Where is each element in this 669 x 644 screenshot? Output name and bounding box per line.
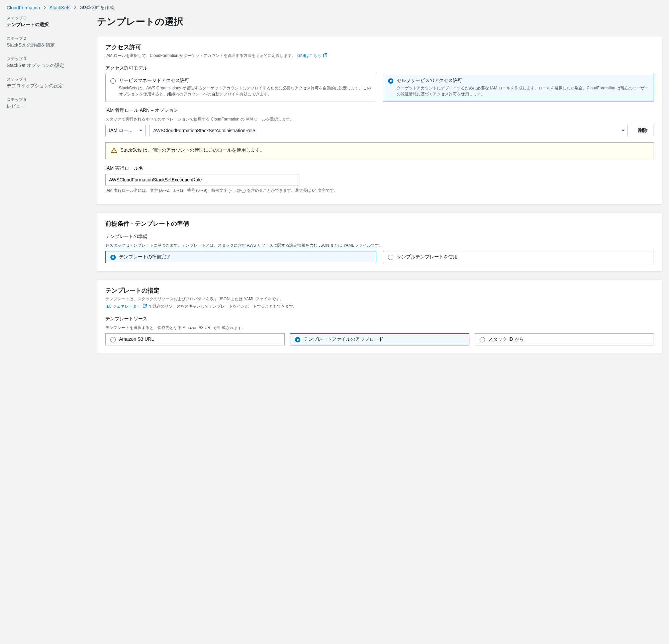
breadcrumb: CloudFormation StackSets StackSet を作成	[0, 0, 669, 14]
tile-title: Amazon S3 URL	[119, 336, 280, 342]
step-label: ステップ 4	[7, 76, 84, 82]
step-title: テンプレートの選択	[7, 22, 84, 28]
step-label: ステップ 3	[7, 56, 84, 62]
specify-desc-2-text: で既存のリソースをスキャンしてテンプレートをインポートすることもできます。	[148, 304, 297, 309]
step-2[interactable]: ステップ 2 StackSet の詳細を指定	[7, 36, 84, 48]
radio-icon	[388, 255, 393, 260]
template-prep-label: テンプレートの準備	[105, 234, 654, 240]
specify-header: テンプレートの指定	[105, 286, 654, 295]
admin-role-select[interactable]: AWSCloudFormationStackSetAdministrationR…	[150, 125, 628, 136]
radio-icon	[110, 78, 116, 84]
tile-title: サンプルテンプレートを使用	[397, 254, 649, 260]
step-3[interactable]: ステップ 3 StackSet オプションの設定	[7, 56, 84, 69]
radio-icon	[110, 337, 116, 342]
permissions-panel: アクセス許可 IAM ロールを選択して、CloudFormation がターゲッ…	[97, 36, 662, 205]
step-title: StackSet の詳細を指定	[7, 42, 84, 48]
prereq-panel: 前提条件 - テンプレートの準備 テンプレートの準備 各スタックはテンプレートに…	[97, 212, 662, 271]
external-link-icon	[323, 53, 327, 59]
tile-upload-file[interactable]: テンプレートファイルのアップロード	[290, 333, 469, 346]
chevron-right-icon	[43, 5, 46, 10]
wizard-steps-sidebar: ステップ 1 テンプレートの選択 ステップ 2 StackSet の詳細を指定 …	[7, 14, 84, 362]
prereq-header: 前提条件 - テンプレートの準備	[105, 220, 654, 228]
step-title: レビュー	[7, 103, 84, 110]
breadcrumb-cloudformation[interactable]: CloudFormation	[7, 5, 40, 10]
tile-stack-id[interactable]: スタック ID から	[475, 333, 654, 346]
tile-s3-url[interactable]: Amazon S3 URL	[105, 333, 285, 346]
radio-icon	[388, 78, 393, 84]
tile-title: テンプレートファイルのアップロード	[304, 336, 464, 342]
radio-icon	[295, 337, 300, 342]
svg-point-1	[114, 152, 114, 152]
delete-button[interactable]: 削除	[632, 125, 654, 136]
step-title: StackSet オプションの設定	[7, 62, 84, 69]
page-title: テンプレートの選択	[97, 15, 662, 28]
step-label: ステップ 1	[7, 15, 84, 21]
step-label: ステップ 5	[7, 97, 84, 103]
tile-title: サービスマネージドアクセス許可	[119, 78, 371, 84]
tile-title: テンプレートの準備完了	[119, 254, 371, 260]
iac-link-text: IaC ジェネレーター	[105, 304, 142, 309]
step-title: デプロイオプションの設定	[7, 83, 84, 89]
caret-down-icon	[139, 130, 142, 131]
step-5[interactable]: ステップ 5 レビュー	[7, 97, 84, 110]
template-prep-hint: 各スタックはテンプレートに基づきます。テンプレートとは、スタックに含む AWS …	[105, 242, 654, 248]
learn-more-link[interactable]: 詳細はこちら	[297, 53, 327, 58]
breadcrumb-current: StackSet を作成	[80, 5, 114, 11]
radio-icon	[480, 337, 485, 342]
step-4[interactable]: ステップ 4 デプロイオプションの設定	[7, 76, 84, 89]
permissions-desc-text: IAM ロールを選択して、CloudFormation がターゲットアカウントを…	[105, 53, 297, 58]
chevron-right-icon	[74, 5, 76, 10]
tile-desc: StackSets は、AWS Organizations が管理するターゲット…	[119, 85, 371, 97]
admin-role-alert: StackSets は、個別のアカウントの管理にこのロールを使用します。	[105, 142, 654, 159]
admin-role-hint: スタックで実行されるすべてのオペレーションで使用する CloudFormatio…	[105, 116, 654, 122]
tile-title: セルフサービスのアクセス許可	[397, 78, 649, 84]
specify-template-panel: テンプレートの指定 テンプレートは、スタックのリソースおよびプロパティを表す J…	[97, 280, 662, 354]
tile-self-service[interactable]: セルフサービスのアクセス許可 ターゲットアカウントにデプロイするために必要な I…	[383, 74, 654, 101]
step-label: ステップ 2	[7, 36, 84, 42]
exec-role-hint: IAM 実行ロール名には、文字 (A〜Z、a〜z)、番号 (0〜9)、特殊文字 …	[105, 187, 654, 194]
exec-role-label: IAM 実行ロール名	[105, 165, 654, 171]
alert-text: StackSets は、個別のアカウントの管理にこのロールを使用します。	[120, 147, 265, 153]
tile-service-managed[interactable]: サービスマネージドアクセス許可 StackSets は、AWS Organiza…	[105, 74, 376, 101]
role-type-value: IAM ロー…	[109, 127, 133, 134]
step-1[interactable]: ステップ 1 テンプレートの選択	[7, 15, 84, 28]
specify-desc-2: IaC ジェネレーター で既存のリソースをスキャンしてテンプレートをインポートす…	[105, 303, 654, 310]
breadcrumb-stacksets[interactable]: StackSets	[49, 5, 71, 10]
caret-down-icon	[622, 130, 625, 131]
tile-title: スタック ID から	[488, 336, 649, 342]
exec-role-input[interactable]	[105, 174, 299, 185]
permissions-header: アクセス許可	[105, 43, 654, 51]
warning-icon	[111, 147, 117, 154]
specify-desc-1: テンプレートは、スタックのリソースおよびプロパティを表す JSON または YA…	[105, 296, 654, 302]
radio-icon	[110, 255, 116, 260]
tile-desc: ターゲットアカウントにデプロイするために必要な IAM ロールを作成します。ロー…	[397, 85, 649, 97]
tile-sample-template[interactable]: サンプルテンプレートを使用	[383, 251, 654, 263]
tile-template-ready[interactable]: テンプレートの準備完了	[105, 251, 376, 263]
role-type-select[interactable]: IAM ロー…	[105, 125, 145, 136]
admin-role-label: IAM 管理ロール ARN – オプション	[105, 108, 654, 113]
template-source-hint: テンプレートを選択すると、保存先となる Amazon S3 URL が生成されま…	[105, 325, 654, 331]
permission-model-label: アクセス許可モデル	[105, 65, 654, 71]
permissions-desc: IAM ロールを選択して、CloudFormation がターゲットアカウントを…	[105, 53, 654, 59]
learn-more-text: 詳細はこちら	[297, 53, 322, 58]
iac-generator-link[interactable]: IaC ジェネレーター	[105, 304, 148, 309]
template-source-label: テンプレートソース	[105, 316, 654, 322]
external-link-icon	[142, 304, 147, 310]
admin-role-value: AWSCloudFormationStackSetAdministrationR…	[153, 128, 255, 133]
